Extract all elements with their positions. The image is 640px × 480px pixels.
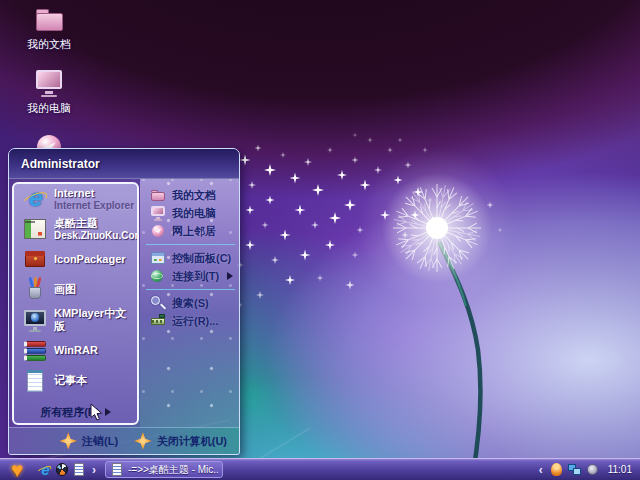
menu-item-internet[interactable]: e InternetInternet Explorer — [14, 184, 137, 214]
menu-item-kmplayer[interactable]: KMPlayer中文版 — [14, 304, 137, 335]
desktop-icon-label: 我的文档 — [14, 37, 84, 52]
start-menu-header: Administrator — [9, 149, 239, 179]
all-programs-button[interactable]: 所有程序(P) — [14, 400, 137, 425]
menu-item-label: 控制面板(C) — [172, 251, 231, 266]
desktop: 我的文档 我的电脑 网上邻居 Administrator e InternetI… — [0, 0, 640, 480]
log-off-label: 注销(L) — [82, 434, 118, 449]
notepad-icon — [23, 369, 47, 393]
task-window-icon — [110, 463, 124, 477]
taskbar-task-button[interactable]: -=>>桌酷主题 - Mic... — [105, 461, 223, 478]
submenu-arrow-icon — [227, 272, 233, 280]
winrar-icon — [23, 339, 47, 363]
menu-item-label: IconPackager — [54, 253, 126, 266]
separator — [146, 244, 235, 245]
computer-icon — [150, 205, 166, 221]
tray-qq-icon[interactable] — [550, 463, 564, 477]
menu-item-paint[interactable]: 画图 — [14, 274, 137, 304]
taskbar: ♥ e › -=>>桌酷主题 - Mic... ‹ 11:01 — [0, 458, 640, 480]
control-panel-icon — [150, 250, 166, 266]
shut-down-button[interactable]: 关闭计算机(U) — [134, 432, 227, 450]
quick-launch: e › — [38, 463, 99, 477]
log-off-button[interactable]: 注销(L) — [59, 432, 118, 450]
menu-item-label: 搜索(S) — [172, 296, 209, 311]
run-icon — [150, 313, 166, 329]
menu-item-notepad[interactable]: 记事本 — [14, 366, 137, 396]
shut-down-icon — [134, 432, 152, 450]
menu-item-connect-to[interactable]: 连接到(T) — [140, 267, 239, 285]
menu-item-winrar[interactable]: WinRAR — [14, 336, 137, 366]
taskbar-clock[interactable]: 11:01 — [608, 464, 632, 475]
internet-explorer-icon: e — [23, 187, 47, 211]
desktop-icon-my-computer[interactable]: 我的电脑 — [14, 68, 84, 116]
zhuoku-theme-icon — [23, 217, 47, 241]
menu-item-control-panel[interactable]: 控制面板(C) — [140, 249, 239, 267]
menu-item-label: 连接到(T) — [172, 269, 219, 284]
separator — [146, 289, 235, 290]
submenu-arrow-icon — [105, 408, 111, 416]
network-icon — [150, 223, 166, 239]
menu-item-my-computer[interactable]: 我的电脑 — [140, 204, 239, 222]
menu-item-label: 网上邻居 — [172, 224, 216, 239]
connect-to-icon — [150, 268, 166, 284]
menu-item-sublabel: Desk.ZhuoKu.Com — [54, 230, 139, 242]
tray-update-icon[interactable] — [586, 463, 600, 477]
menu-item-label: 记事本 — [54, 374, 87, 387]
menu-item-sublabel: Internet Explorer — [54, 200, 134, 212]
user-name: Administrator — [21, 157, 100, 171]
computer-icon — [34, 68, 64, 98]
folder-icon — [150, 187, 166, 203]
menu-item-label: KMPlayer中文版 — [54, 307, 135, 332]
folder-icon — [34, 4, 64, 34]
system-tray: ‹ 11:01 — [536, 463, 640, 477]
shut-down-label: 关闭计算机(U) — [157, 434, 227, 449]
start-menu: Administrator e InternetInternet Explore… — [8, 148, 240, 455]
start-menu-places-list: 我的文档 我的电脑 网上邻居 控制面板(C) 连接到(T) — [140, 179, 239, 427]
menu-item-label: WinRAR — [54, 344, 98, 357]
task-button-label: -=>>桌酷主题 - Mic... — [128, 463, 218, 477]
menu-item-zhuoku-theme[interactable]: 桌酷主题Desk.ZhuoKu.Com — [14, 214, 137, 244]
start-button[interactable]: ♥ — [0, 460, 34, 480]
menu-item-label: 画图 — [54, 283, 76, 296]
menu-item-label: 桌酷主题 — [54, 217, 139, 230]
menu-item-label: Internet — [54, 187, 134, 200]
start-menu-body: e InternetInternet Explorer 桌酷主题Desk.Zhu… — [9, 179, 239, 427]
desktop-icon-label: 我的电脑 — [14, 101, 84, 116]
menu-item-run[interactable]: 运行(R)... — [140, 312, 239, 330]
kmplayer-icon — [23, 308, 47, 332]
paint-icon — [23, 277, 47, 301]
log-off-icon — [59, 432, 77, 450]
quick-launch-show-desktop-icon[interactable] — [72, 463, 86, 477]
menu-item-network-places[interactable]: 网上邻居 — [140, 222, 239, 240]
desktop-icon-my-documents[interactable]: 我的文档 — [14, 4, 84, 52]
menu-item-search[interactable]: 搜索(S) — [140, 294, 239, 312]
quick-launch-chevron-icon[interactable]: › — [89, 463, 99, 477]
menu-item-label: 运行(R)... — [172, 314, 218, 329]
tray-network-icon[interactable] — [568, 463, 582, 477]
start-menu-pinned-list: e InternetInternet Explorer 桌酷主题Desk.Zhu… — [12, 182, 139, 425]
start-menu-footer: 注销(L) 关闭计算机(U) — [9, 427, 239, 454]
menu-item-label: 我的文档 — [172, 188, 216, 203]
menu-item-label: 我的电脑 — [172, 206, 216, 221]
tray-collapse-chevron-icon[interactable]: ‹ — [536, 463, 546, 477]
quick-launch-ie-icon[interactable]: e — [38, 463, 52, 477]
quick-launch-media-player-icon[interactable] — [55, 463, 69, 477]
menu-item-iconpackager[interactable]: IconPackager — [14, 244, 137, 274]
search-icon — [150, 295, 166, 311]
iconpackager-icon — [23, 247, 47, 271]
all-programs-label: 所有程序(P) — [40, 405, 99, 420]
menu-item-my-documents[interactable]: 我的文档 — [140, 186, 239, 204]
